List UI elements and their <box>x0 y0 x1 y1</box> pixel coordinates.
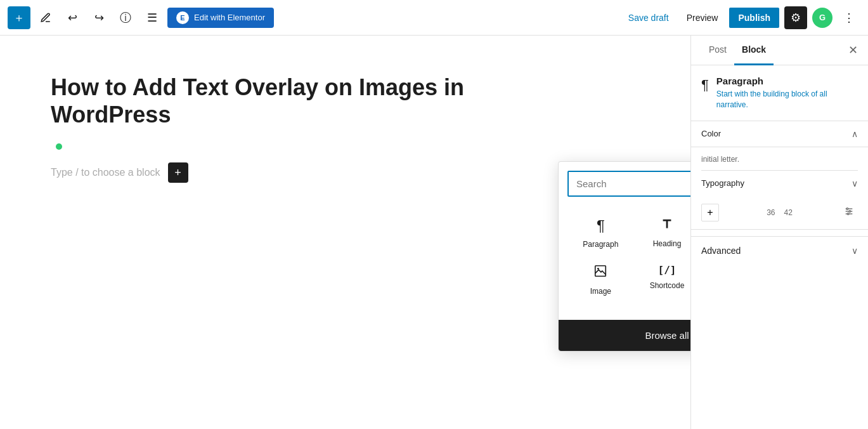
list-view-button[interactable]: ☰ <box>141 6 164 29</box>
svg-point-13 <box>849 210 851 212</box>
toolbar-left: ＋ ↩ ↪ ⓘ ☰ E Edit with Elementor <box>8 6 274 29</box>
panel-close-button[interactable]: ✕ <box>848 43 858 57</box>
font-size-36: 36 <box>764 207 777 218</box>
toolbar-right: Save draft Preview Publish ⚙ G ⋮ <box>622 6 860 29</box>
svg-point-12 <box>846 208 848 209</box>
elementor-logo: E <box>176 11 189 24</box>
preview-button[interactable]: Preview <box>680 9 725 27</box>
tools-icon-button[interactable] <box>34 6 57 29</box>
typography-chevron-icon: ∨ <box>852 178 858 188</box>
advanced-chevron-icon: ∨ <box>852 246 858 256</box>
advanced-row[interactable]: Advanced ∨ <box>691 237 868 265</box>
panel-block-description: Start with the building block of all nar… <box>716 89 858 110</box>
typography-row[interactable]: Typography ∨ <box>691 171 868 196</box>
font-size-add-button[interactable]: + <box>701 204 719 221</box>
font-size-row: + 36 42 <box>691 196 868 230</box>
toolbar: ＋ ↩ ↪ ⓘ ☰ E Edit with Elementor Save dra… <box>0 0 868 36</box>
block-placeholder[interactable]: Type / to choose a block + <box>51 162 640 183</box>
status-dot <box>56 143 62 150</box>
title-area <box>51 143 640 150</box>
font-size-values: 36 42 <box>764 207 795 218</box>
shortcode-block-icon: [/] <box>658 264 677 276</box>
post-title: How to Add Text Overlay on Images in Wor… <box>51 74 571 128</box>
undo-button[interactable]: ↩ <box>61 6 84 29</box>
add-block-toolbar-button[interactable]: ＋ <box>8 6 30 29</box>
avatar: G <box>812 8 832 28</box>
advanced-label: Advanced <box>701 246 741 256</box>
font-size-42: 42 <box>782 207 795 218</box>
color-row[interactable]: Color ∧ <box>691 121 868 147</box>
more-options-button[interactable]: ⋮ <box>838 6 860 29</box>
drop-cap-hint: initial letter. <box>701 155 858 164</box>
main-layout: How to Add Text Overlay on Images in Wor… <box>0 36 868 429</box>
paragraph-block-icon: ¶ <box>597 217 605 235</box>
block-item-heading[interactable]: Heading <box>634 209 690 256</box>
edit-with-elementor-button[interactable]: E Edit with Elementor <box>167 8 274 28</box>
block-search-container <box>559 162 690 197</box>
search-box <box>567 171 690 197</box>
browse-all-button[interactable]: Browse all <box>559 320 690 351</box>
tab-block[interactable]: Block <box>734 36 774 65</box>
image-block-icon <box>593 264 607 282</box>
block-item-shortcode[interactable]: [/] Shortcode <box>634 256 690 307</box>
right-panel: Post Block ✕ ¶ Paragraph Start with the … <box>690 36 868 429</box>
block-grid: ¶ Paragraph Heading Cover <box>559 197 690 320</box>
redo-button[interactable]: ↪ <box>87 6 110 29</box>
heading-block-icon <box>660 217 674 234</box>
settings-icon-button[interactable]: ⚙ <box>784 6 807 29</box>
block-item-image[interactable]: Image <box>567 256 634 307</box>
panel-block-info: ¶ Paragraph Start with the building bloc… <box>691 65 868 121</box>
info-button[interactable]: ⓘ <box>114 6 137 29</box>
publish-button[interactable]: Publish <box>729 8 779 28</box>
color-label: Color <box>701 129 721 138</box>
block-item-paragraph[interactable]: ¶ Paragraph <box>567 209 634 256</box>
add-block-inline-button[interactable]: + <box>168 162 188 183</box>
panel-block-details: Paragraph Start with the building block … <box>716 76 858 110</box>
search-input[interactable] <box>569 172 690 195</box>
save-draft-button[interactable]: Save draft <box>622 9 675 27</box>
sliders-button[interactable] <box>840 202 858 223</box>
editor-area[interactable]: How to Add Text Overlay on Images in Wor… <box>0 36 690 429</box>
sliders-icon <box>844 206 854 216</box>
panel-tabs: Post Block ✕ <box>691 36 868 65</box>
svg-point-14 <box>847 213 849 214</box>
typography-section: initial letter. <box>691 147 868 171</box>
typography-label: Typography <box>701 178 744 188</box>
color-chevron-icon: ∧ <box>852 129 858 139</box>
panel-block-type-icon: ¶ <box>701 77 709 93</box>
panel-content: ¶ Paragraph Start with the building bloc… <box>691 65 868 429</box>
color-section: Color ∧ <box>691 121 868 147</box>
panel-block-name: Paragraph <box>716 76 858 86</box>
block-picker-popup: ¶ Paragraph Heading Cover <box>558 161 690 352</box>
tab-post[interactable]: Post <box>701 36 734 65</box>
svg-point-4 <box>597 268 599 270</box>
